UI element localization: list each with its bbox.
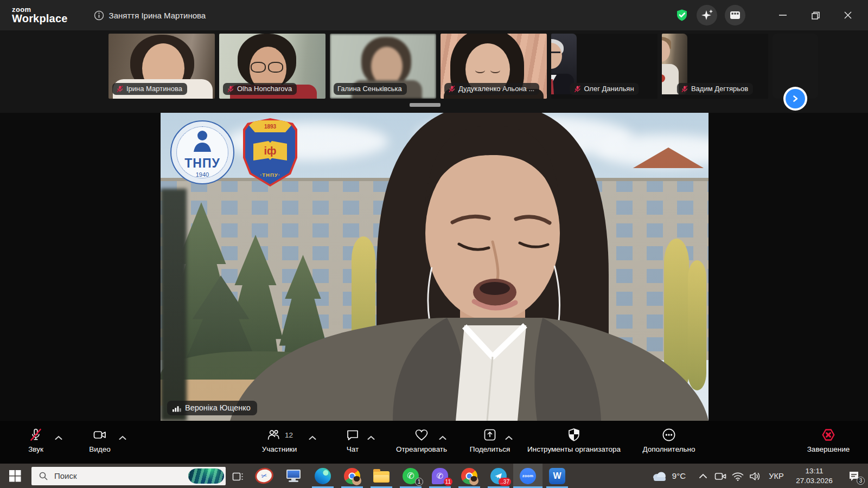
network-button[interactable] (729, 464, 746, 488)
audio-button[interactable]: Звук (15, 421, 56, 464)
more-button[interactable]: Дополнительно (634, 421, 704, 464)
end-meeting-icon (821, 427, 836, 442)
taskbar-search[interactable]: Поиск (31, 467, 226, 485)
chevron-up-icon (308, 435, 317, 440)
wifi-icon (731, 470, 744, 483)
restore-button[interactable] (803, 4, 828, 26)
system-tray: УКР 13:11 27.03.2026 3 (694, 464, 868, 488)
taskbar-app-word[interactable]: W (542, 464, 572, 488)
security-shield-icon[interactable] (675, 8, 689, 22)
chevron-up-icon (698, 472, 708, 480)
task-view-icon (231, 470, 244, 483)
volume-button[interactable] (746, 464, 764, 488)
muted-mic-icon (681, 85, 688, 93)
participant-name: Дудукаленко Альона ... (458, 85, 534, 93)
weather-widget[interactable]: 9°C (642, 464, 694, 488)
profile-avatar (469, 476, 478, 485)
close-button[interactable] (835, 4, 860, 26)
logo-year: 1940 (196, 171, 209, 178)
taskbar-app-whatsapp[interactable]: ✆1 (396, 464, 425, 488)
speaker-icon (749, 470, 762, 483)
meet-now-button[interactable] (712, 464, 729, 488)
share-options-chevron[interactable] (505, 433, 513, 442)
chevron-right-icon (790, 94, 800, 104)
taskbar-app-chrome-1[interactable] (337, 464, 367, 488)
muted-mic-icon (448, 85, 456, 93)
action-center-button[interactable]: 3 (840, 464, 868, 488)
participants-count: 12 (285, 431, 293, 439)
word-icon: W (549, 468, 565, 484)
weather-temp: 9°C (672, 471, 686, 480)
ai-companion-button[interactable] (697, 5, 717, 25)
clock-time: 13:11 (789, 466, 840, 476)
participant-name-badge: Олег Данильян (570, 83, 639, 95)
video-options-chevron[interactable] (118, 433, 127, 442)
info-icon[interactable] (94, 10, 104, 21)
apps-button[interactable] (725, 5, 745, 25)
react-label: Отреагировать (396, 445, 447, 453)
host-tools-label: Инструменты организатора (527, 445, 621, 453)
muted-mic-icon (573, 85, 581, 93)
minimize-icon (777, 10, 788, 21)
portrait-icon (192, 129, 213, 152)
participant-tile-5[interactable]: Олег Данильян (551, 34, 658, 99)
restore-icon (810, 10, 821, 21)
language-indicator[interactable]: УКР (764, 472, 789, 480)
sparkle-icon (697, 5, 717, 25)
participant-tile-4[interactable]: Дудукаленко Альона ... (441, 34, 547, 99)
share-screen-icon (482, 427, 497, 442)
logo-text-zoom: zoom (12, 6, 68, 14)
participants-label: Участники (262, 445, 297, 453)
windows-taskbar: Поиск ✂ ✆1 ✆11 (0, 464, 868, 488)
participant-tile-1[interactable]: Ірина Мартинова (108, 34, 215, 99)
end-label: Завершение (807, 445, 850, 453)
host-tools-button[interactable]: Инструменты организатора (525, 421, 623, 464)
filmstrip-resize-handle[interactable] (410, 103, 441, 107)
search-highlight-image[interactable] (188, 468, 224, 484)
react-options-chevron[interactable] (438, 433, 447, 442)
university-logo-round: ТНПУ 1940 (170, 120, 234, 184)
audio-options-chevron[interactable] (54, 433, 63, 442)
taskbar-app-file-explorer[interactable] (367, 464, 396, 488)
participant-tile-2[interactable]: Olha Honcharova (219, 34, 326, 99)
taskbar-clock[interactable]: 13:11 27.03.2026 (789, 466, 840, 485)
taskbar-app-zoom[interactable]: zoom (513, 464, 542, 488)
taskbar-app-telegram[interactable]: ..37 (484, 464, 513, 488)
taskbar-app-computer[interactable] (279, 464, 308, 488)
participants-options-chevron[interactable] (308, 433, 317, 442)
taskbar-app-edge[interactable] (308, 464, 337, 488)
heart-icon (414, 427, 429, 442)
taskbar-app-snipping-tool[interactable]: ✂ (250, 464, 279, 488)
chat-label: Чат (347, 445, 359, 453)
participant-name-badge: Галина Сеньківська (334, 83, 407, 95)
active-speaker-video[interactable]: ТНПУ 1940 1893 іф ·ТНПУ· Вероніка Ющенко (161, 113, 709, 421)
minimize-button[interactable] (770, 4, 795, 26)
chat-options-chevron[interactable] (367, 433, 375, 442)
participant-name: Олег Данильян (584, 85, 634, 93)
video-label: Видео (89, 445, 110, 453)
video-button[interactable]: Видео (79, 421, 120, 464)
participant-tile-3[interactable]: Галина Сеньківська (330, 34, 436, 99)
chrome-icon (461, 468, 477, 484)
chrome-icon (344, 468, 360, 484)
edge-icon (315, 468, 331, 484)
taskbar-app-chrome-2[interactable] (455, 464, 484, 488)
meet-now-camera-icon (714, 470, 727, 483)
logo-text-workplace: Workplace (12, 13, 68, 24)
start-button[interactable] (0, 464, 30, 488)
windows-logo-icon (9, 470, 21, 482)
end-meeting-button[interactable]: Завершение (788, 421, 868, 464)
pinned-apps: ✂ ✆1 ✆11 ..37 zoom W (250, 464, 572, 488)
snipping-tool-icon: ✂ (253, 466, 275, 485)
task-view-button[interactable] (226, 464, 250, 488)
participant-tile-6[interactable]: Вадим Дегтярьов (662, 34, 768, 99)
participant-name: Вадим Дегтярьов (691, 85, 748, 93)
cloud-icon (651, 470, 667, 481)
search-icon (39, 472, 48, 480)
next-participants-button[interactable] (783, 87, 807, 111)
chevron-up-icon (54, 435, 63, 440)
participants-button[interactable]: 12 Участники (247, 421, 312, 464)
taskbar-app-viber[interactable]: ✆11 (425, 464, 455, 488)
tray-overflow-button[interactable] (694, 464, 712, 488)
audio-label: Звук (28, 445, 43, 453)
